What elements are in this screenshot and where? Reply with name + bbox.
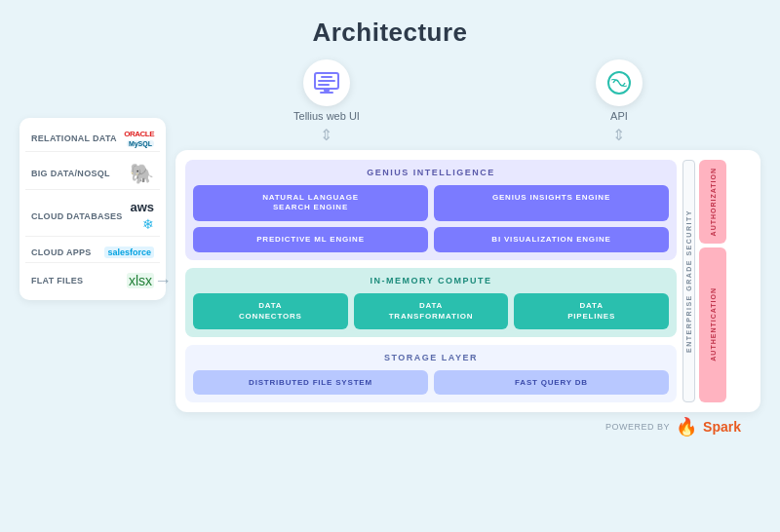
genius-title: GENIUS INTELLIGENCE <box>193 168 669 177</box>
sidebar-item-bigdata: BIG DATA/NOSQL 🐘 <box>25 158 160 190</box>
api-icon <box>596 59 643 106</box>
left-sidebar: RELATIONAL DATA ORACLE MySQL BIG DATA/NO… <box>20 118 166 300</box>
compute-card-connectors: DATACONNECTORS <box>193 293 348 329</box>
bigdata-icon: 🐘 <box>130 162 154 185</box>
genius-card-nlp: NATURAL LANGUAGESEARCH ENGINE <box>193 185 428 221</box>
spark-flame-icon: 🔥 <box>676 416 697 437</box>
sidebar-icons-bigdata: 🐘 <box>130 162 154 185</box>
mysql-icon: MySQL <box>127 140 154 147</box>
api-arrow: ⇕ <box>612 126 625 144</box>
auth-column: AUTHORIZATION AUTHENTICATION <box>699 160 726 402</box>
page-title: Architecture <box>312 18 467 48</box>
sidebar-label-relational: RELATIONAL DATA <box>31 133 124 143</box>
salesforce-icon: salesforce <box>104 247 154 258</box>
web-ui-icon <box>303 59 350 106</box>
sidebar-icons-clouddb: aws ❄ <box>130 200 154 232</box>
genius-card-bi: BI VISUALIZATION ENGINE <box>434 227 669 252</box>
arch-box: GENIUS INTELLIGENCE NATURAL LANGUAGESEAR… <box>176 150 760 412</box>
excel-icon: xlsx <box>127 273 154 288</box>
storage-section: STORAGE LAYER DISTRIBUTED FILE SYSTEM FA… <box>185 345 677 402</box>
web-ui-arrow: ⇕ <box>320 126 332 144</box>
api-item: API ⇕ <box>596 59 643 144</box>
compute-grid: DATACONNECTORS DATATRANSFORMATION DATAPI… <box>193 293 669 329</box>
powered-text: POWERED BY <box>605 422 670 432</box>
sidebar-item-relational: RELATIONAL DATA ORACLE MySQL <box>25 126 160 152</box>
api-label: API <box>610 110 628 122</box>
storage-title: STORAGE LAYER <box>193 353 669 362</box>
sidebar-label-cloudapps: CLOUD APPS <box>31 247 104 257</box>
authorization-pill: AUTHORIZATION <box>699 160 726 244</box>
snowflake-icon: ❄ <box>142 216 154 232</box>
sidebar-icons-cloudapps: salesforce <box>104 247 154 258</box>
powered-by: POWERED BY 🔥 Spark <box>605 416 741 437</box>
genius-card-ml: PREDICTIVE ML ENGINE <box>193 227 428 252</box>
sidebar-icons-flatfiles: xlsx <box>127 273 154 288</box>
sidebar-label-flatfiles: FLAT FILES <box>31 276 127 285</box>
svg-rect-3 <box>318 84 330 86</box>
sidebar-item-clouddb: CLOUD DATABASES aws ❄ <box>25 196 160 237</box>
svg-rect-4 <box>324 89 330 92</box>
compute-card-pipelines: DATAPIPELINES <box>514 293 669 329</box>
sidebar-label-bigdata: BIG DATA/NOSQL <box>31 169 130 178</box>
compute-card-transform: DATATRANSFORMATION <box>354 293 509 329</box>
genius-grid: NATURAL LANGUAGESEARCH ENGINE GENIUS INS… <box>193 185 669 252</box>
arch-wrapper: → GENIUS INTELLIGENCE NATURAL LANGUAGESE… <box>176 150 760 412</box>
sidebar-item-cloudapps: CLOUD APPS salesforce <box>25 243 160 263</box>
svg-rect-2 <box>318 80 335 82</box>
sidebar-icons-relational: ORACLE MySQL <box>124 130 154 147</box>
spark-logo: Spark <box>703 419 741 435</box>
compute-section: IN-MEMORY COMPUTE DATACONNECTORS DATATRA… <box>185 268 677 337</box>
security-container: ENTERPRISE GRADE SECURITY AUTHORIZATION … <box>682 160 751 402</box>
svg-rect-5 <box>320 92 333 94</box>
oracle-icon: ORACLE <box>124 130 154 138</box>
main-layout: RELATIONAL DATA ORACLE MySQL BIG DATA/NO… <box>20 59 760 437</box>
center-area: Tellius web UI ⇕ API ⇕ → <box>176 59 760 437</box>
storage-card-fastdb: FAST QUERY DB <box>434 370 669 395</box>
aws-icon: aws <box>130 200 154 214</box>
sidebar-item-flatfiles: FLAT FILES xlsx <box>25 269 160 292</box>
authorization-label: AUTHORIZATION <box>710 168 717 236</box>
sidebar-label-clouddb: CLOUD DATABASES <box>31 211 130 221</box>
authentication-pill: AUTHENTICATION <box>699 247 726 402</box>
sidebar-arrow-icon: → <box>154 271 172 291</box>
enterprise-grade-label: ENTERPRISE GRADE SECURITY <box>682 160 695 402</box>
top-icons-row: Tellius web UI ⇕ API ⇕ <box>176 59 760 144</box>
compute-title: IN-MEMORY COMPUTE <box>193 276 669 285</box>
genius-card-insights: GENIUS INSIGHTS ENGINE <box>434 185 669 221</box>
storage-card-dfs: DISTRIBUTED FILE SYSTEM <box>193 370 428 395</box>
arch-content: GENIUS INTELLIGENCE NATURAL LANGUAGESEAR… <box>185 160 677 402</box>
svg-rect-1 <box>321 76 332 78</box>
authentication-label: AUTHENTICATION <box>710 287 717 361</box>
web-ui-item: Tellius web UI ⇕ <box>293 59 360 144</box>
web-ui-label: Tellius web UI <box>293 110 360 122</box>
storage-grid: DISTRIBUTED FILE SYSTEM FAST QUERY DB <box>193 370 669 395</box>
genius-section: GENIUS INTELLIGENCE NATURAL LANGUAGESEAR… <box>185 160 677 260</box>
